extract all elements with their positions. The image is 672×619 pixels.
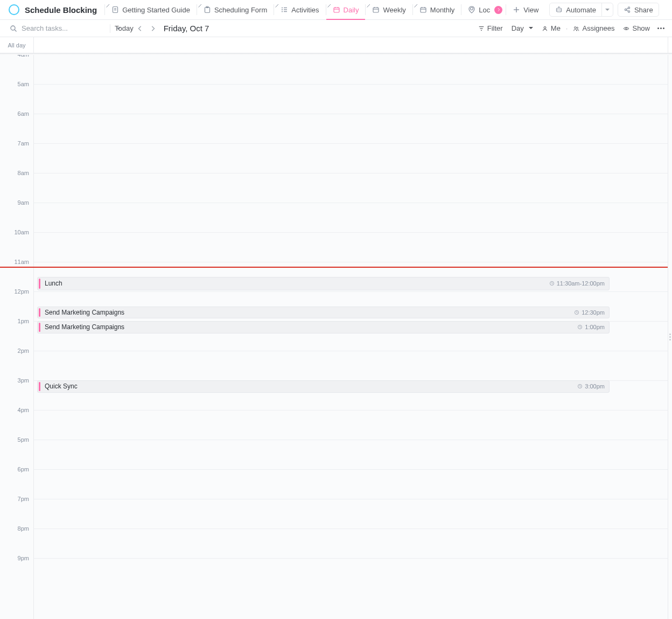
calendar-event[interactable]: Quick Sync3:00pm	[37, 380, 610, 393]
tab-label: Daily	[344, 6, 359, 14]
more-options-button[interactable]	[654, 27, 668, 29]
day-column[interactable]: Lunch11:30am-12:00pmSend Marketing Campa…	[33, 55, 668, 619]
time-label: 9am	[18, 199, 29, 206]
filter-button[interactable]: Filter	[474, 24, 507, 32]
pin-icon	[106, 1, 110, 9]
show-button[interactable]: Show	[619, 24, 654, 32]
space-logo	[9, 4, 19, 15]
space-title: Schedule Blocking	[25, 5, 97, 15]
tab-daily[interactable]: Daily	[326, 0, 366, 19]
search-wrap	[4, 24, 110, 32]
tab-activities[interactable]: Activities	[274, 0, 325, 19]
chevron-down-icon	[529, 27, 533, 31]
hour-line	[34, 558, 668, 559]
all-day-label: All day	[0, 42, 33, 48]
show-label: Show	[632, 24, 650, 32]
event-color-bar	[39, 323, 40, 332]
add-view-button[interactable]: View	[506, 0, 545, 19]
date-title: Friday, Oct 7	[164, 24, 209, 33]
calendar-event[interactable]: Lunch11:30am-12:00pm	[37, 277, 610, 291]
tab-scheduling-form[interactable]: Scheduling Form	[197, 0, 274, 19]
event-title: Send Marketing Campaigns	[45, 323, 577, 331]
time-label: 2pm	[18, 347, 29, 354]
next-day-button[interactable]	[146, 25, 159, 32]
day-label: Day	[512, 24, 524, 32]
calendar-icon	[333, 6, 340, 13]
time-label: 6pm	[18, 466, 29, 472]
hour-line	[34, 143, 668, 144]
event-title: Quick Sync	[45, 382, 577, 390]
share-label: Share	[634, 6, 653, 14]
event-time: 12:30pm	[574, 309, 605, 316]
search-icon	[10, 25, 17, 32]
now-indicator	[0, 267, 668, 268]
prev-day-button[interactable]	[134, 25, 146, 32]
more-tabs-icon[interactable]	[494, 6, 502, 14]
clock-icon	[574, 310, 579, 315]
automate-label: Automate	[566, 6, 596, 14]
tab-label: Weekly	[383, 6, 405, 14]
pin-icon	[198, 1, 202, 9]
user-icon	[542, 25, 548, 32]
drag-handle[interactable]	[669, 329, 672, 345]
automate-main[interactable]: Automate	[550, 3, 601, 16]
automate-button[interactable]: Automate	[549, 3, 613, 17]
tab-getting-started[interactable]: Getting Started Guide	[105, 0, 197, 19]
clock-icon	[577, 324, 583, 330]
share-button[interactable]: Share	[618, 3, 659, 17]
list-icon	[281, 6, 288, 13]
users-icon	[573, 25, 579, 32]
day-selector[interactable]: Day	[507, 24, 537, 32]
tab-label: Getting Started Guide	[122, 6, 190, 14]
clock-icon	[577, 384, 583, 389]
pin-icon	[275, 1, 279, 9]
robot-icon	[555, 6, 563, 13]
chevron-down-icon	[605, 9, 610, 13]
pin-icon	[414, 1, 418, 9]
time-label: 11am	[14, 259, 29, 265]
assignees-button[interactable]: Assignees	[569, 24, 619, 32]
header-tabs: Schedule Blocking Getting Started Guide …	[0, 0, 672, 20]
tab-label: Scheduling Form	[214, 6, 267, 14]
separator	[110, 24, 110, 33]
hour-line	[34, 203, 668, 203]
tab-weekly[interactable]: Weekly	[366, 0, 412, 19]
all-day-row: All day	[0, 37, 672, 53]
tab-label: View	[523, 6, 538, 14]
event-time: 1:00pm	[577, 324, 605, 330]
hour-line	[34, 232, 668, 233]
event-title: Lunch	[45, 280, 549, 287]
hour-line	[34, 291, 668, 292]
tab-label: Activities	[291, 6, 319, 14]
automate-dropdown[interactable]	[602, 3, 613, 16]
hour-line	[34, 499, 668, 499]
time-label: 12pm	[14, 288, 29, 295]
time-label: 8am	[18, 170, 29, 176]
event-title: Send Marketing Campaigns	[45, 309, 574, 316]
pin-icon	[327, 1, 331, 9]
hour-line	[34, 410, 668, 411]
today-button[interactable]: Today	[115, 24, 134, 32]
hour-line	[34, 351, 668, 351]
time-label: 10am	[14, 229, 29, 235]
all-day-body[interactable]	[34, 37, 668, 53]
tab-monthly[interactable]: Monthly	[413, 0, 461, 19]
me-button[interactable]: Me	[537, 24, 565, 32]
hour-line	[34, 262, 668, 262]
event-color-bar	[39, 382, 40, 391]
calendar-event[interactable]: Send Marketing Campaigns1:00pm	[37, 321, 610, 333]
hour-line	[34, 440, 668, 440]
calendar-grid: 4am5am6am7am8am9am10am11am12pm1pm2pm3pm4…	[0, 55, 672, 619]
time-label: 5am	[18, 81, 29, 87]
view-toolbar: Today Friday, Oct 7 Filter Day Me · Assi…	[0, 20, 672, 37]
tab-location[interactable]: Loc	[461, 0, 506, 19]
search-input[interactable]	[22, 24, 112, 32]
time-label: 1pm	[18, 318, 29, 324]
calendar-event[interactable]: Send Marketing Campaigns12:30pm	[37, 307, 610, 319]
event-color-bar	[39, 279, 40, 289]
hour-line	[34, 84, 668, 85]
time-label: 4am	[18, 55, 29, 58]
dot-separator: ·	[565, 24, 569, 32]
plus-icon	[513, 6, 520, 13]
tab-label: Monthly	[430, 6, 455, 14]
